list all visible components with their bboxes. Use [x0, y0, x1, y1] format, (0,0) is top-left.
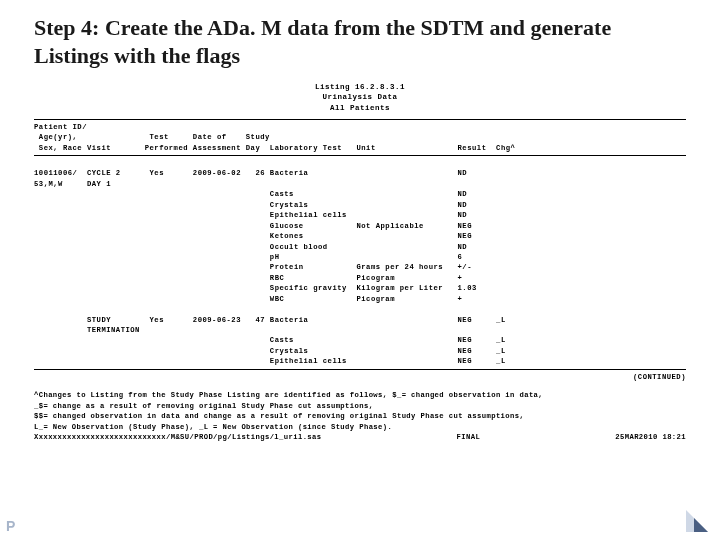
divider [34, 369, 686, 370]
brand-logo: P [6, 518, 15, 534]
listing-number: Listing 16.2.8.3.1 [34, 82, 686, 92]
footnote-line: L_= New Observation (Study Phase), _L = … [34, 422, 686, 432]
footnote-line: $$= changed observation in data and chan… [34, 411, 686, 421]
continued-marker: (CONTINUED) [34, 372, 686, 382]
listing-header: Listing 16.2.8.3.1 Urinalysis Data All P… [34, 82, 686, 112]
footnotes: ^Changes to Listing from the Study Phase… [34, 390, 686, 442]
page-corner-icon [686, 510, 708, 532]
run-timestamp: 25MAR2010 18:21 [615, 432, 686, 442]
listing-subtitle: Urinalysis Data [34, 92, 686, 102]
divider [34, 119, 686, 120]
slide-title: Step 4: Create the ADa. M data from the … [34, 14, 686, 70]
divider [34, 155, 686, 156]
listing-body: 10011006/ CYCLE 2 Yes 2009-06-02 26 Bact… [34, 158, 686, 367]
footnote-line: ^Changes to Listing from the Study Phase… [34, 390, 686, 400]
listing-population: All Patients [34, 103, 686, 113]
column-headers: Patient ID/ Age(yr), Test Date of Study [34, 122, 686, 153]
footnote-line: _$= change as a result of removing origi… [34, 401, 686, 411]
status-label: FINAL [457, 432, 481, 442]
program-path: Xxxxxxxxxxxxxxxxxxxxxxxxxxxx/M&SU/PROD/p… [34, 432, 322, 442]
